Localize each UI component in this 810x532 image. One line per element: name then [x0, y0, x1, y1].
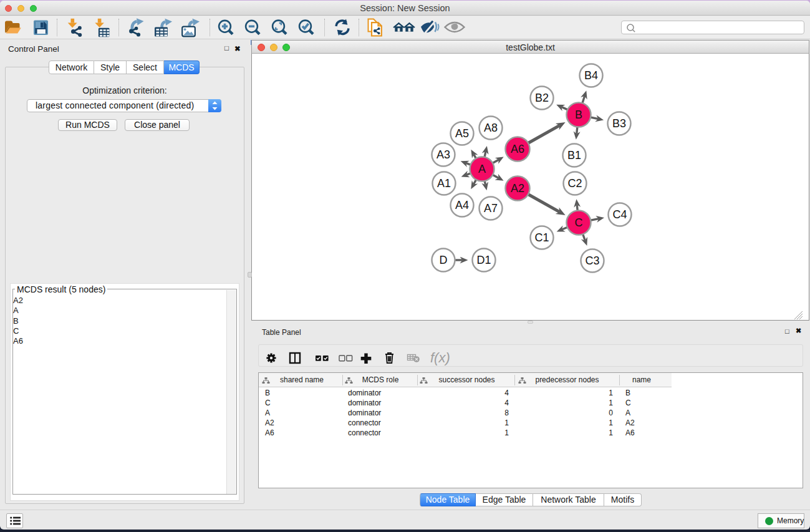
svg-text:A: A	[478, 163, 486, 175]
svg-text:A1: A1	[437, 177, 451, 190]
svg-text:A4: A4	[455, 199, 469, 211]
svg-text:A2: A2	[511, 182, 524, 195]
svg-text:C: C	[575, 216, 583, 229]
svg-text:A6: A6	[511, 143, 524, 155]
svg-text:A7: A7	[484, 202, 498, 215]
svg-text:A8: A8	[484, 122, 498, 134]
svg-text:C3: C3	[585, 254, 599, 267]
svg-text:A3: A3	[436, 148, 450, 161]
svg-text:C4: C4	[612, 208, 627, 221]
svg-text:D1: D1	[476, 254, 491, 266]
svg-text:B: B	[575, 109, 582, 121]
svg-text:f(x): f(x)	[430, 350, 450, 365]
svg-text:C1: C1	[534, 231, 549, 244]
svg-text:C2: C2	[567, 177, 582, 190]
svg-text:B3: B3	[612, 117, 626, 130]
svg-text:A5: A5	[455, 127, 469, 140]
svg-text:D: D	[440, 254, 448, 266]
svg-text:B1: B1	[567, 149, 581, 162]
svg-text:B2: B2	[535, 92, 549, 104]
svg-text:B4: B4	[584, 69, 598, 82]
